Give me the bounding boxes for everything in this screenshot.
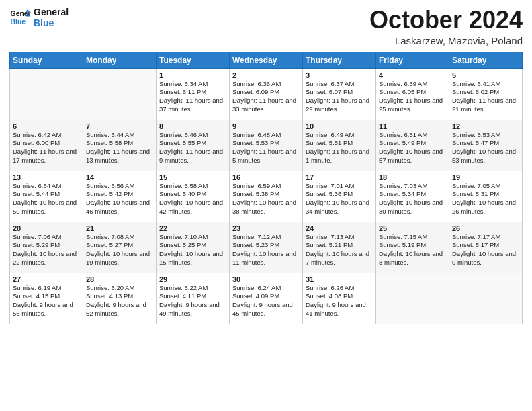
sunset-text: Sunset: 5:25 PM bbox=[159, 241, 226, 250]
daylight-text: Daylight: 10 hours and 46 minutes. bbox=[86, 199, 153, 216]
day-cell: 11Sunrise: 6:51 AMSunset: 5:49 PMDayligh… bbox=[376, 120, 449, 171]
daylight-text: Daylight: 11 hours and 33 minutes. bbox=[232, 97, 300, 114]
day-number: 27 bbox=[13, 275, 80, 283]
day-number: 8 bbox=[159, 122, 226, 130]
day-cell: 8Sunrise: 6:46 AMSunset: 5:55 PMDaylight… bbox=[157, 120, 230, 171]
sunset-text: Sunset: 4:11 PM bbox=[159, 292, 226, 301]
sunset-text: Sunset: 5:17 PM bbox=[452, 241, 519, 250]
day-info: Sunrise: 6:26 AMSunset: 4:08 PMDaylight:… bbox=[306, 284, 373, 318]
header: General Blue General Blue October 2024 L… bbox=[9, 7, 523, 46]
daylight-text: Daylight: 10 hours and 50 minutes. bbox=[13, 199, 80, 216]
day-number: 25 bbox=[379, 224, 446, 232]
daylight-text: Daylight: 11 hours and 13 minutes. bbox=[86, 148, 153, 165]
day-cell bbox=[83, 68, 157, 120]
day-number: 2 bbox=[232, 71, 300, 79]
col-wednesday: Wednesday bbox=[230, 52, 303, 68]
sunset-text: Sunset: 5:38 PM bbox=[232, 190, 300, 199]
daylight-text: Daylight: 10 hours and 7 minutes. bbox=[306, 250, 373, 267]
day-cell: 10Sunrise: 6:49 AMSunset: 5:51 PMDayligh… bbox=[303, 120, 376, 171]
day-number: 14 bbox=[86, 173, 153, 181]
logo-text-general: General bbox=[34, 7, 69, 17]
day-number: 19 bbox=[452, 173, 519, 181]
daylight-text: Daylight: 10 hours and 11 minutes. bbox=[232, 250, 300, 267]
day-cell: 31Sunrise: 6:26 AMSunset: 4:08 PMDayligh… bbox=[303, 273, 376, 324]
sunrise-text: Sunrise: 6:58 AM bbox=[159, 182, 226, 191]
day-info: Sunrise: 6:54 AMSunset: 5:44 PMDaylight:… bbox=[13, 182, 80, 216]
sunrise-text: Sunrise: 7:03 AM bbox=[379, 182, 446, 191]
sunrise-text: Sunrise: 6:26 AM bbox=[306, 284, 373, 293]
daylight-text: Daylight: 9 hours and 52 minutes. bbox=[86, 301, 153, 318]
daylight-text: Daylight: 11 hours and 9 minutes. bbox=[159, 148, 226, 165]
sunrise-text: Sunrise: 6:48 AM bbox=[232, 131, 300, 140]
day-cell: 21Sunrise: 7:08 AMSunset: 5:27 PMDayligh… bbox=[83, 222, 157, 273]
daylight-text: Daylight: 11 hours and 5 minutes. bbox=[232, 148, 300, 165]
day-cell: 15Sunrise: 6:58 AMSunset: 5:40 PMDayligh… bbox=[157, 171, 230, 222]
day-info: Sunrise: 6:41 AMSunset: 6:02 PMDaylight:… bbox=[452, 80, 519, 114]
daylight-text: Daylight: 9 hours and 56 minutes. bbox=[13, 301, 80, 318]
sunrise-text: Sunrise: 6:49 AM bbox=[306, 131, 373, 140]
day-info: Sunrise: 7:03 AMSunset: 5:34 PMDaylight:… bbox=[379, 182, 446, 216]
sunset-text: Sunset: 6:00 PM bbox=[13, 139, 80, 148]
day-info: Sunrise: 7:06 AMSunset: 5:29 PMDaylight:… bbox=[13, 233, 80, 267]
day-number: 7 bbox=[86, 122, 153, 130]
day-info: Sunrise: 6:37 AMSunset: 6:07 PMDaylight:… bbox=[306, 80, 373, 114]
daylight-text: Daylight: 10 hours and 42 minutes. bbox=[159, 199, 226, 216]
day-cell: 12Sunrise: 6:53 AMSunset: 5:47 PMDayligh… bbox=[449, 120, 523, 171]
day-info: Sunrise: 7:10 AMSunset: 5:25 PMDaylight:… bbox=[159, 233, 226, 267]
sunrise-text: Sunrise: 7:06 AM bbox=[13, 233, 80, 242]
sunrise-text: Sunrise: 6:46 AM bbox=[159, 131, 226, 140]
logo-icon: General Blue bbox=[9, 7, 31, 28]
sunset-text: Sunset: 5:58 PM bbox=[86, 139, 153, 148]
col-friday: Friday bbox=[376, 52, 449, 68]
sunrise-text: Sunrise: 6:44 AM bbox=[86, 131, 153, 140]
sunset-text: Sunset: 5:49 PM bbox=[379, 139, 446, 148]
week-row-2: 6Sunrise: 6:42 AMSunset: 6:00 PMDaylight… bbox=[10, 120, 523, 171]
day-cell: 3Sunrise: 6:37 AMSunset: 6:07 PMDaylight… bbox=[303, 68, 376, 120]
day-number: 5 bbox=[452, 71, 519, 79]
day-cell: 24Sunrise: 7:13 AMSunset: 5:21 PMDayligh… bbox=[303, 222, 376, 273]
col-saturday: Saturday bbox=[449, 52, 523, 68]
day-cell: 4Sunrise: 6:39 AMSunset: 6:05 PMDaylight… bbox=[376, 68, 449, 120]
day-number: 30 bbox=[232, 275, 300, 283]
day-number: 29 bbox=[159, 275, 226, 283]
sunrise-text: Sunrise: 6:36 AM bbox=[232, 80, 300, 89]
day-info: Sunrise: 6:49 AMSunset: 5:51 PMDaylight:… bbox=[306, 131, 373, 165]
week-row-5: 27Sunrise: 6:19 AMSunset: 4:15 PMDayligh… bbox=[10, 273, 523, 324]
sunrise-text: Sunrise: 6:59 AM bbox=[232, 182, 300, 191]
logo-text-blue: Blue bbox=[34, 17, 69, 28]
day-number: 22 bbox=[159, 224, 226, 232]
logo: General Blue General Blue bbox=[9, 7, 69, 28]
day-info: Sunrise: 6:53 AMSunset: 5:47 PMDaylight:… bbox=[452, 131, 519, 165]
daylight-text: Daylight: 10 hours and 15 minutes. bbox=[159, 250, 226, 267]
sunset-text: Sunset: 6:05 PM bbox=[379, 88, 446, 97]
sunrise-text: Sunrise: 6:56 AM bbox=[86, 182, 153, 191]
sunset-text: Sunset: 4:13 PM bbox=[86, 292, 153, 301]
day-cell: 1Sunrise: 6:34 AMSunset: 6:11 PMDaylight… bbox=[157, 68, 230, 120]
daylight-text: Daylight: 10 hours and 22 minutes. bbox=[13, 250, 80, 267]
day-number: 17 bbox=[306, 173, 373, 181]
day-cell: 29Sunrise: 6:22 AMSunset: 4:11 PMDayligh… bbox=[157, 273, 230, 324]
daylight-text: Daylight: 10 hours and 38 minutes. bbox=[232, 199, 300, 216]
day-number: 23 bbox=[232, 224, 300, 232]
svg-text:Blue: Blue bbox=[11, 18, 26, 26]
daylight-text: Daylight: 10 hours and 19 minutes. bbox=[86, 250, 153, 267]
day-info: Sunrise: 6:36 AMSunset: 6:09 PMDaylight:… bbox=[232, 80, 300, 114]
day-cell: 17Sunrise: 7:01 AMSunset: 5:36 PMDayligh… bbox=[303, 171, 376, 222]
daylight-text: Daylight: 9 hours and 49 minutes. bbox=[159, 301, 226, 318]
sunrise-text: Sunrise: 6:41 AM bbox=[452, 80, 519, 89]
sunrise-text: Sunrise: 7:13 AM bbox=[306, 233, 373, 242]
col-tuesday: Tuesday bbox=[157, 52, 230, 68]
day-cell: 2Sunrise: 6:36 AMSunset: 6:09 PMDaylight… bbox=[230, 68, 303, 120]
sunset-text: Sunset: 5:42 PM bbox=[86, 190, 153, 199]
daylight-text: Daylight: 10 hours and 53 minutes. bbox=[452, 148, 519, 165]
day-cell: 27Sunrise: 6:19 AMSunset: 4:15 PMDayligh… bbox=[10, 273, 83, 324]
sunset-text: Sunset: 5:44 PM bbox=[13, 190, 80, 199]
sunrise-text: Sunrise: 7:15 AM bbox=[379, 233, 446, 242]
day-cell: 5Sunrise: 6:41 AMSunset: 6:02 PMDaylight… bbox=[449, 68, 523, 120]
sunrise-text: Sunrise: 7:17 AM bbox=[452, 233, 519, 242]
day-number: 18 bbox=[379, 173, 446, 181]
daylight-text: Daylight: 11 hours and 21 minutes. bbox=[452, 97, 519, 114]
day-info: Sunrise: 6:24 AMSunset: 4:09 PMDaylight:… bbox=[232, 284, 300, 318]
day-info: Sunrise: 6:59 AMSunset: 5:38 PMDaylight:… bbox=[232, 182, 300, 216]
daylight-text: Daylight: 9 hours and 45 minutes. bbox=[232, 301, 300, 318]
